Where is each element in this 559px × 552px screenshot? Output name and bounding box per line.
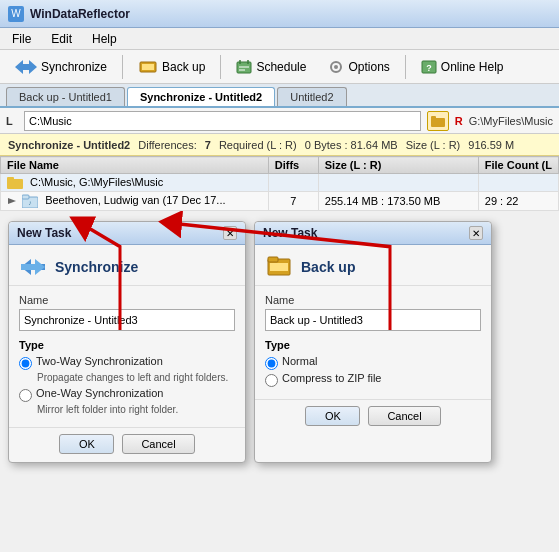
sync-radio-oneway-row: One-Way Synchronization bbox=[19, 387, 235, 402]
col-filecount[interactable]: File Count (L bbox=[478, 157, 558, 174]
help-button[interactable]: ? Online Help bbox=[412, 56, 513, 78]
svg-rect-2 bbox=[142, 64, 154, 70]
backup-radio-normal-row: Normal bbox=[265, 355, 481, 370]
help-icon: ? bbox=[421, 60, 437, 74]
backup-radio-zip-label: Compress to ZIP file bbox=[282, 372, 381, 384]
backup-dialog-window-title: New Task bbox=[263, 226, 317, 240]
schedule-button[interactable]: Schedule bbox=[227, 56, 315, 78]
tab-untitled[interactable]: Untitled2 bbox=[277, 87, 346, 106]
svg-text:?: ? bbox=[426, 63, 432, 73]
row-count bbox=[478, 174, 558, 192]
sync-radio-group: Two-Way Synchronization Propagate change… bbox=[19, 355, 235, 415]
svg-text:♪: ♪ bbox=[28, 199, 32, 206]
sync-name-input[interactable] bbox=[19, 309, 235, 331]
backup-radio-zip[interactable] bbox=[265, 374, 278, 387]
right-path-label: R bbox=[455, 115, 463, 127]
backup-dialog-footer: OK Cancel bbox=[255, 399, 491, 434]
tab-backup[interactable]: Back up - Untitled1 bbox=[6, 87, 125, 106]
svg-point-9 bbox=[334, 65, 338, 69]
menu-file[interactable]: File bbox=[8, 31, 35, 47]
sync-radio-oneway[interactable] bbox=[19, 389, 32, 402]
info-bar: Synchronize - Untitled2 Differences: 7 R… bbox=[0, 134, 559, 156]
backup-dialog-close[interactable]: ✕ bbox=[469, 226, 483, 240]
row-filename: C:\Music, G:\MyFiles\Music bbox=[1, 174, 269, 192]
expand-icon[interactable] bbox=[7, 196, 17, 206]
backup-ok-button[interactable]: OK bbox=[305, 406, 360, 426]
menu-edit[interactable]: Edit bbox=[47, 31, 76, 47]
backup-radio-zip-row: Compress to ZIP file bbox=[265, 372, 481, 387]
info-task: Synchronize - Untitled2 bbox=[8, 139, 130, 151]
left-browse-button[interactable] bbox=[427, 111, 449, 131]
row-diffs: 7 bbox=[268, 192, 318, 211]
options-button[interactable]: Options bbox=[319, 56, 398, 78]
schedule-icon bbox=[236, 60, 252, 74]
help-label: Online Help bbox=[441, 60, 504, 74]
backup-dialog-header: Back up bbox=[255, 245, 491, 286]
svg-marker-17 bbox=[8, 198, 16, 204]
svg-marker-0 bbox=[15, 60, 37, 74]
sync-dialog-title: Synchronize bbox=[55, 259, 138, 275]
sync-radio-oneway-sub: Mirror left folder into right folder. bbox=[37, 404, 235, 415]
backup-button[interactable]: Back up bbox=[129, 56, 214, 78]
info-required-label: Required (L : R) bbox=[219, 139, 297, 151]
sync-dialog-body: Name Type Two-Way Synchronization Propag… bbox=[9, 286, 245, 427]
sync-dialog-footer: OK Cancel bbox=[9, 427, 245, 462]
row-filename: ♪ Beethoven, Ludwig van (17 Dec 17... bbox=[1, 192, 269, 211]
sync-cancel-button[interactable]: Cancel bbox=[122, 434, 194, 454]
sync-dialog-titlebar: New Task ✕ bbox=[9, 222, 245, 245]
info-required-value: 0 Bytes : 81.64 MB bbox=[305, 139, 398, 151]
app-title: WinDataReflector bbox=[30, 7, 130, 21]
sync-radio-oneway-label: One-Way Synchronization bbox=[36, 387, 163, 399]
sync-type-label: Type bbox=[19, 339, 235, 351]
sync-dialog: New Task ✕ Synchronize Name Type Two-Way… bbox=[8, 221, 246, 463]
col-filename[interactable]: File Name bbox=[1, 157, 269, 174]
backup-icon bbox=[138, 60, 158, 74]
path-bar: L R G:\MyFiles\Music bbox=[0, 108, 559, 134]
sync-dialog-close[interactable]: ✕ bbox=[223, 226, 237, 240]
backup-radio-normal-label: Normal bbox=[282, 355, 317, 367]
sync-dialog-icon bbox=[19, 253, 47, 281]
backup-name-input[interactable] bbox=[265, 309, 481, 331]
backup-type-label: Type bbox=[265, 339, 481, 351]
options-label: Options bbox=[348, 60, 389, 74]
right-path-value: G:\MyFiles\Music bbox=[469, 115, 553, 127]
music-folder-icon: ♪ bbox=[22, 194, 38, 208]
row-size: 255.14 MB : 173.50 MB bbox=[318, 192, 478, 211]
menu-help[interactable]: Help bbox=[88, 31, 121, 47]
sync-radio-twoway-sub: Propagate changes to left and right fold… bbox=[37, 372, 235, 383]
backup-dialog: New Task ✕ Back up Name Type Normal bbox=[254, 221, 492, 463]
backup-dialog-titlebar: New Task ✕ bbox=[255, 222, 491, 245]
col-size[interactable]: Size (L : R) bbox=[318, 157, 478, 174]
left-path-input[interactable] bbox=[24, 111, 421, 131]
sync-radio-twoway-label: Two-Way Synchronization bbox=[36, 355, 163, 367]
toolbar-sep3 bbox=[405, 55, 406, 79]
backup-radio-normal[interactable] bbox=[265, 357, 278, 370]
sync-label: Synchronize bbox=[41, 60, 107, 74]
sync-icon bbox=[15, 60, 37, 74]
sync-ok-button[interactable]: OK bbox=[59, 434, 114, 454]
col-diffs[interactable]: Diffs bbox=[268, 157, 318, 174]
svg-rect-14 bbox=[431, 116, 436, 119]
app-icon: W bbox=[8, 6, 24, 22]
backup-dialog-icon bbox=[265, 253, 293, 281]
sync-name-label: Name bbox=[19, 294, 235, 306]
sync-radio-twoway-row: Two-Way Synchronization bbox=[19, 355, 235, 370]
sync-button[interactable]: Synchronize bbox=[6, 56, 116, 78]
sync-radio-twoway[interactable] bbox=[19, 357, 32, 370]
options-icon bbox=[328, 60, 344, 74]
backup-dialog-body: Name Type Normal Compress to ZIP file bbox=[255, 286, 491, 399]
backup-cancel-button[interactable]: Cancel bbox=[368, 406, 440, 426]
table-row: C:\Music, G:\MyFiles\Music bbox=[1, 174, 559, 192]
backup-label: Back up bbox=[162, 60, 205, 74]
svg-rect-16 bbox=[7, 177, 14, 181]
backup-name-label: Name bbox=[265, 294, 481, 306]
sync-dialog-header: Synchronize bbox=[9, 245, 245, 286]
folder-row-icon bbox=[7, 177, 23, 189]
row-diffs bbox=[268, 174, 318, 192]
tab-sync[interactable]: Synchronize - Untitled2 bbox=[127, 87, 275, 106]
svg-rect-26 bbox=[268, 257, 278, 262]
info-diff-value: 7 bbox=[205, 139, 211, 151]
tab-bar: Back up - Untitled1 Synchronize - Untitl… bbox=[0, 84, 559, 108]
backup-radio-group: Normal Compress to ZIP file bbox=[265, 355, 481, 387]
bottom-area: New Task ✕ Synchronize Name Type Two-Way… bbox=[0, 211, 559, 473]
